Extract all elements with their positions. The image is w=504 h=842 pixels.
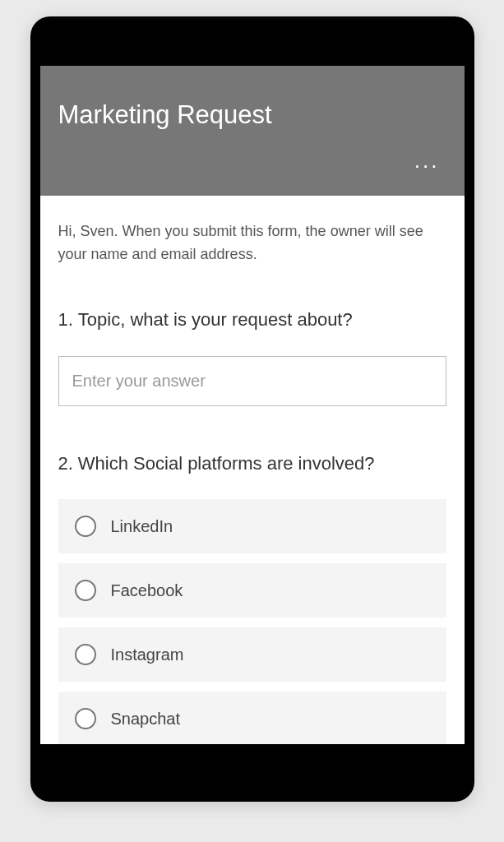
form-title: Marketing Request — [58, 100, 446, 130]
question-2: 2. Which Social platforms are involved? … — [58, 451, 446, 744]
form-scroll-area[interactable]: Marketing Request ··· Hi, Sven. When you… — [40, 66, 465, 744]
radio-icon — [75, 644, 96, 665]
question-1-text: Topic, what is your request about? — [78, 308, 353, 333]
option-snapchat[interactable]: Snapchat — [58, 692, 446, 744]
option-instagram[interactable]: Instagram — [58, 627, 446, 682]
options-list: LinkedIn Facebook Instagram Snapcha — [58, 499, 446, 744]
more-options-button[interactable]: ··· — [58, 155, 446, 176]
question-2-label: 2. Which Social platforms are involved? — [58, 451, 446, 477]
question-2-text: Which Social platforms are involved? — [78, 451, 375, 477]
form-header: Marketing Request ··· — [40, 66, 465, 196]
radio-icon — [75, 708, 96, 729]
topic-input[interactable] — [58, 356, 446, 406]
option-label: LinkedIn — [111, 517, 173, 536]
question-2-number: 2. — [58, 451, 73, 477]
option-facebook[interactable]: Facebook — [58, 563, 446, 618]
option-label: Snapchat — [111, 710, 181, 729]
question-1-label: 1. Topic, what is your request about? — [58, 308, 446, 333]
question-1: 1. Topic, what is your request about? — [58, 308, 446, 406]
option-label: Facebook — [111, 581, 183, 600]
question-1-number: 1. — [58, 308, 73, 333]
phone-frame: Marketing Request ··· Hi, Sven. When you… — [30, 16, 474, 802]
screen: Marketing Request ··· Hi, Sven. When you… — [40, 66, 465, 744]
option-linkedin[interactable]: LinkedIn — [58, 499, 446, 553]
option-label: Instagram — [111, 645, 184, 664]
intro-text: Hi, Sven. When you submit this form, the… — [58, 220, 446, 266]
radio-icon — [75, 516, 96, 537]
form-body: Hi, Sven. When you submit this form, the… — [40, 196, 465, 744]
radio-icon — [75, 580, 96, 601]
